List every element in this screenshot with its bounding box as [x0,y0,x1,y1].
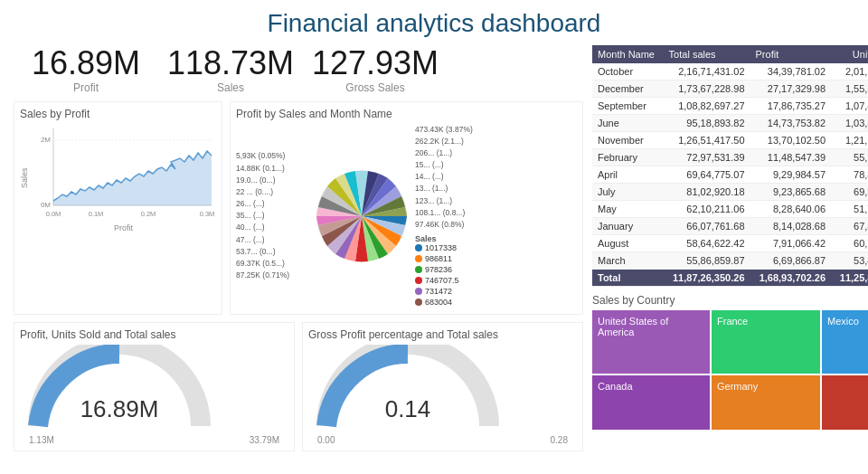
pie-legend-title: Sales [415,234,500,243]
pie-left-labels: 5,93K (0.05%) 14.88K (0.1...) 19.0... (0… [236,150,308,281]
table-row: December1,73,67,228.9827,17,329.981,55,3… [592,81,868,98]
svg-text:2M: 2M [41,136,51,144]
svg-text:0.1M: 0.1M [89,210,104,218]
profit-units-gauge: Profit, Units Sold and Total sales 16.89… [14,322,295,451]
table-row: September1,08,82,697.2717,86,735.271,07,… [592,98,868,115]
gauge-svg-2: 0.14 [308,345,507,435]
pie-legend: 1017338 986811 978236 746707.5 731472 68… [415,243,500,308]
kpi-profit-label: Profit [14,81,158,94]
monthly-table: Month Name Total sales Profit Units Sold… [592,45,868,287]
y-axis-label: Sales [20,124,29,232]
pie-svg [312,166,411,266]
treemap-cell-germany: Germany [712,375,820,430]
table-row: May62,10,211.068,28,640.0651,771.00 [592,201,868,218]
kpi-profit: 16.89M Profit [14,45,158,94]
col-month: Month Name [592,45,664,63]
table-row: July81,02,920.189,23,865.6869,349.00 [592,184,868,201]
kpi-gross-sales: 127.93M Gross Sales [303,45,448,94]
gauge-svg-1: 16.89M [20,345,219,435]
kpi-profit-value: 16.89M [14,45,158,81]
kpi-gross-sales-value: 127.93M [303,45,448,81]
treemap: United States of America France Mexico C… [592,310,868,430]
table-total-row: Total11,87,26,350.261,68,93,702.2611,25,… [592,270,868,287]
kpi-sales: 118.73M Sales [158,45,303,94]
treemap-cell-usa: United States of America [592,310,710,374]
svg-text:0M: 0M [41,201,51,209]
pie-right-labels: 473.43K (3.87%) 262.2K (2.1...) 206... (… [415,124,496,232]
col-profit: Profit [750,45,832,63]
kpi-sales-label: Sales [158,81,303,94]
profit-units-title: Profit, Units Sold and Total sales [20,328,288,341]
line-chart-svg: 2M 0M 0.0M 0.1M 0 [31,124,216,223]
svg-text:0.0M: 0.0M [46,210,61,218]
treemap-title: Sales by Country [592,294,868,307]
table-row: March55,86,859.876,69,866.8753,420.00 [592,252,868,270]
table-row: August58,64,622.427,91,066.4260,705.00 [592,235,868,252]
pie-chart-box: Profit by Sales and Month Name 5,93K (0.… [230,101,583,316]
gross-profit-gauge: Gross Profit percentage and Total sales … [302,322,583,451]
treemap-cell-other [822,375,868,430]
kpi-sales-value: 118.73M [158,45,303,81]
treemap-cell-mexico: Mexico [822,310,868,374]
pie-chart-title: Profit by Sales and Month Name [236,108,577,120]
table-row: January66,07,761.688,14,028.6867,835.50 [592,218,868,235]
col-total-sales: Total sales [664,45,750,63]
col-units-sold: Units Sold [831,45,868,63]
kpi-gross-sales-label: Gross Sales [303,81,448,94]
table-row: February72,97,531.3911,48,547.3955,115.0… [592,149,868,166]
table-row: October2,16,71,431.0234,39,781.022,01,10… [592,63,868,81]
treemap-box: Sales by Country United States of Americ… [592,294,868,430]
x-axis-label: Profit [31,223,216,232]
table-row: June95,18,893.8214,73,753.821,03,302.00 [592,115,868,132]
svg-text:0.14: 0.14 [385,395,431,422]
svg-text:0.2M: 0.2M [141,210,156,218]
dashboard: Financial analytics dashboard 16.89M Pro… [0,0,868,474]
treemap-cell-france: France [712,310,820,374]
right-column: Month Name Total sales Profit Units Sold… [592,45,868,451]
gross-profit-title: Gross Profit percentage and Total sales [308,328,577,341]
gauge-range-2: 0.00 0.28 [308,435,577,445]
gauge-range-1: 1.13M 33.79M [20,435,288,445]
table-row: April69,64,775.079,29,984.5778,886.50 [592,166,868,184]
svg-text:0.3M: 0.3M [200,210,215,218]
sales-by-profit-chart: Sales by Profit Sales 2M 0M [14,101,222,316]
page-title: Financial analytics dashboard [14,9,854,38]
sales-profit-title: Sales by Profit [20,108,216,120]
table-row: November1,26,51,417.5013,70,102.501,21,1… [592,132,868,149]
kpi-row: 16.89M Profit 118.73M Sales 127.93M Gros… [14,45,583,94]
svg-text:16.89M: 16.89M [80,395,159,422]
treemap-cell-canada: Canada [592,375,710,430]
